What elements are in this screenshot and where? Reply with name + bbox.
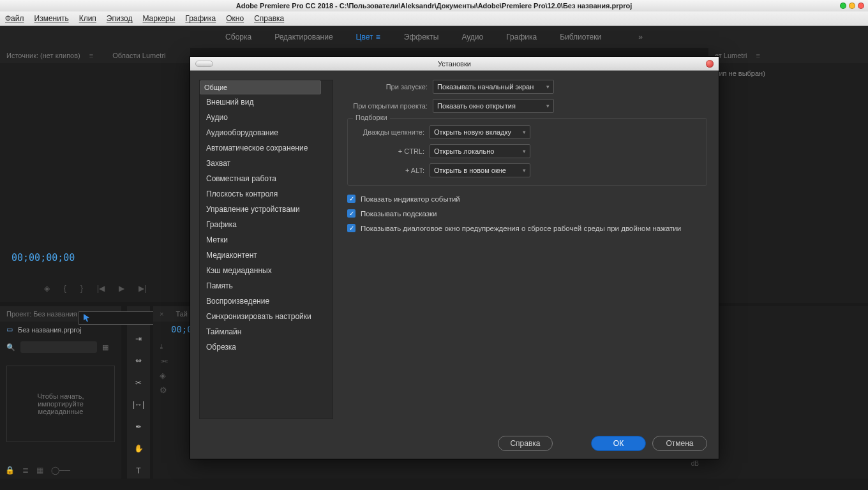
dialog-title: Установки	[438, 60, 471, 68]
cat-general[interactable]: Общие	[200, 80, 321, 94]
preferences-dialog: Установки Общие Внешний вид Аудио Аудиоо…	[190, 56, 719, 459]
chevron-down-icon: ▾	[523, 148, 526, 154]
help-button[interactable]: Справка	[498, 436, 553, 451]
startup-select[interactable]: Показывать начальный экран ▾	[433, 80, 554, 94]
chevron-down-icon: ▾	[546, 103, 550, 109]
cat-audio-hardware[interactable]: Аудиооборудование	[200, 125, 333, 140]
cat-autosave[interactable]: Автоматическое сохранение	[200, 140, 333, 156]
bins-fieldset: Подборки Дважды щелкните: Открыть новую …	[347, 118, 707, 186]
open-project-row: При открытии проекта: Показать окно откр…	[347, 99, 707, 113]
cat-control-surface[interactable]: Плоскость контроля	[200, 186, 333, 202]
chevron-down-icon: ▾	[546, 84, 550, 90]
dialog-buttons: Справка ОК Отмена	[190, 428, 719, 459]
check-event-indicator[interactable]: ✓ Показать индикатор событий	[347, 195, 707, 203]
cat-appearance[interactable]: Внешний вид	[200, 94, 333, 110]
checkbox-checked-icon: ✓	[347, 195, 355, 203]
checkbox-checked-icon: ✓	[347, 209, 355, 218]
cat-playback[interactable]: Воспроизведение	[200, 293, 333, 309]
cat-media-cache[interactable]: Кэш медиаданных	[200, 263, 333, 278]
bins-dblclick-select[interactable]: Открыть новую вкладку ▾	[430, 125, 530, 139]
cat-device-control[interactable]: Управление устройствами	[200, 202, 333, 217]
startup-row: При запуске: Показывать начальный экран …	[347, 80, 707, 94]
preferences-category-list: Общие Внешний вид Аудио Аудиооборудовани…	[199, 80, 333, 419]
bins-alt-label: + ALT:	[355, 167, 424, 174]
cat-sync-settings[interactable]: Синхронизировать настройки	[200, 309, 333, 324]
cancel-button[interactable]: Отмена	[652, 436, 707, 451]
bins-ctrl-select[interactable]: Открыть локально ▾	[430, 144, 530, 158]
check-tooltips[interactable]: ✓ Показывать подсказки	[347, 209, 707, 218]
preferences-content: При запуске: Показывать начальный экран …	[333, 71, 719, 428]
cat-timeline[interactable]: Таймлайн	[200, 324, 333, 339]
cat-trim[interactable]: Обрезка	[200, 339, 333, 355]
cat-media[interactable]: Медиаконтент	[200, 248, 333, 263]
ok-button[interactable]: ОК	[591, 436, 646, 451]
bins-alt-select[interactable]: Открыть в новом окне ▾	[430, 163, 530, 177]
bins-alt-row: + ALT: Открыть в новом окне ▾	[355, 163, 699, 177]
cat-collaboration[interactable]: Совместная работа	[200, 171, 333, 186]
cat-audio[interactable]: Аудио	[200, 110, 333, 125]
open-project-label: При открытии проекта:	[347, 102, 428, 110]
dialog-grip[interactable]	[195, 61, 213, 67]
bins-ctrl-label: + CTRL:	[355, 147, 424, 155]
dialog-close-button[interactable]	[706, 60, 714, 68]
cat-labels[interactable]: Метки	[200, 232, 333, 248]
cat-memory[interactable]: Память	[200, 278, 333, 293]
dialog-mask: Установки Общие Внешний вид Аудио Аудиоо…	[0, 0, 868, 490]
dialog-body: Общие Внешний вид Аудио Аудиооборудовани…	[190, 71, 719, 428]
checkbox-checked-icon: ✓	[347, 224, 355, 232]
bins-dblclick-label: Дважды щелкните:	[355, 128, 424, 136]
chevron-down-icon: ▾	[523, 129, 526, 135]
cat-capture[interactable]: Захват	[200, 156, 333, 171]
dialog-titlebar: Установки	[190, 57, 719, 71]
cat-graphics[interactable]: Графика	[200, 217, 333, 232]
open-project-select[interactable]: Показать окно открытия ▾	[433, 99, 554, 113]
startup-label: При запуске:	[347, 83, 428, 91]
bins-ctrl-row: + CTRL: Открыть локально ▾	[355, 144, 699, 158]
check-workspace-reset-warning[interactable]: ✓ Показывать диалоговое окно предупрежде…	[347, 224, 707, 232]
chevron-down-icon: ▾	[523, 167, 526, 174]
bins-dblclick-row: Дважды щелкните: Открыть новую вкладку ▾	[355, 125, 699, 139]
bins-legend: Подборки	[353, 114, 390, 121]
